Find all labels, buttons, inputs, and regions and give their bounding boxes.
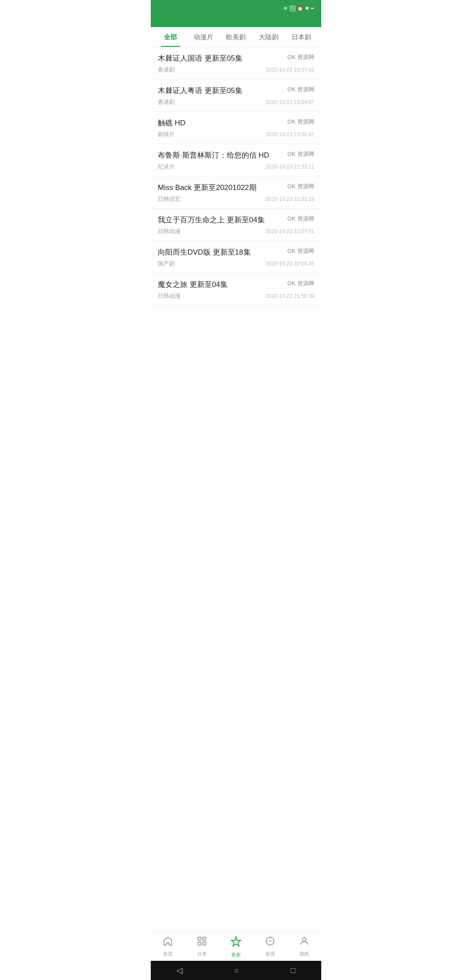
list-item[interactable]: 向阳而生DVD版 更新至18集 OK 资源网 国产剧 2020-10-23 22… <box>151 241 321 273</box>
alarm-icon: ⏰ <box>297 6 303 11</box>
item-time: 2020-10-23 22:04:35 <box>266 261 314 267</box>
svg-point-5 <box>270 941 271 942</box>
compass-icon <box>265 936 275 949</box>
item-category: 国产剧 <box>158 260 175 268</box>
item-title: 木棘证人粤语 更新至05集 <box>158 86 284 96</box>
list-item[interactable]: 木棘证人粤语 更新至05集 OK 资源网 香港剧 2020-10-23 23:0… <box>151 79 321 112</box>
item-source: OK 资源网 <box>288 215 314 223</box>
home-icon <box>163 936 173 949</box>
battery-icon <box>311 8 314 9</box>
item-title: 向阳而生DVD版 更新至18集 <box>158 247 284 257</box>
tab-western[interactable]: 欧美剧 <box>220 27 253 47</box>
item-category: 香港剧 <box>158 66 175 74</box>
nav-update-label: 更新 <box>231 952 241 958</box>
nfc-icon: N <box>290 6 295 11</box>
header <box>151 16 321 27</box>
tab-bar: 全部 动漫片 欧美剧 大陆剧 日本剧 <box>151 27 321 47</box>
item-source: OK 资源网 <box>288 183 314 190</box>
item-title: 布鲁斯·斯普林斯汀：给您的信 HD <box>158 150 284 160</box>
nav-discover-label: 发现 <box>265 951 275 957</box>
item-title: 触礁 HD <box>158 118 284 128</box>
item-title: Miss Back 更新至20201022期 <box>158 183 284 193</box>
item-time: 2020-10-23 23:04:07 <box>266 99 314 105</box>
recent-button[interactable]: □ <box>291 966 295 975</box>
item-category: 剧情片 <box>158 131 175 138</box>
item-title: 木棘证人国语 更新至05集 <box>158 53 284 63</box>
item-category: 香港剧 <box>158 98 175 106</box>
bottom-nav: 首页 分类 更新 <box>151 932 321 961</box>
nav-discover[interactable]: 发现 <box>253 936 287 958</box>
item-time: 2020-10-23 22:07:51 <box>266 228 314 235</box>
nav-category-label: 分类 <box>197 951 207 957</box>
svg-rect-3 <box>203 942 206 945</box>
list-item[interactable]: 木棘证人国语 更新至05集 OK 资源网 香港剧 2020-10-23 23:3… <box>151 47 321 79</box>
item-time: 2020-10-23 22:33:11 <box>266 164 314 170</box>
item-source: OK 资源网 <box>288 53 314 61</box>
list-item[interactable]: 布鲁斯·斯普林斯汀：给您的信 HD OK 资源网 纪录片 2020-10-23 … <box>151 144 321 176</box>
bluetooth-icon: ✱ <box>305 6 309 11</box>
list-item[interactable]: Miss Back 更新至20201022期 OK 资源网 日韩综艺 2020-… <box>151 176 321 209</box>
item-source: OK 资源网 <box>288 247 314 255</box>
status-right: 👁 N ⏰ ✱ <box>283 6 316 11</box>
item-title: 魔女之旅 更新至04集 <box>158 280 284 290</box>
svg-point-4 <box>266 937 274 945</box>
status-bar: 👁 N ⏰ ✱ <box>151 0 321 16</box>
svg-rect-0 <box>198 937 201 940</box>
item-category: 纪录片 <box>158 163 175 171</box>
home-button[interactable]: ○ <box>234 966 239 975</box>
list-item[interactable]: 魔女之旅 更新至04集 OK 资源网 日韩动漫 2020-10-23 21:50… <box>151 273 321 306</box>
back-button[interactable]: ◁ <box>177 966 183 975</box>
list-item[interactable]: 我立于百万生命之上 更新至04集 OK 资源网 日韩动漫 2020-10-23 … <box>151 209 321 241</box>
nav-category[interactable]: 分类 <box>185 936 219 958</box>
item-time: 2020-10-23 23:00:47 <box>266 131 314 138</box>
tab-anime[interactable]: 动漫片 <box>187 27 220 47</box>
item-source: OK 资源网 <box>288 280 314 287</box>
system-nav-bar: ◁ ○ □ <box>151 961 321 980</box>
item-title: 我立于百万生命之上 更新至04集 <box>158 215 284 225</box>
item-category: 日韩动漫 <box>158 228 180 235</box>
tab-mainland[interactable]: 大陆剧 <box>252 27 285 47</box>
user-icon <box>299 936 309 949</box>
item-source: OK 资源网 <box>288 86 314 93</box>
eye-icon: 👁 <box>283 6 288 11</box>
item-category: 日韩综艺 <box>158 195 180 203</box>
tab-japan[interactable]: 日本剧 <box>285 27 318 47</box>
nav-update[interactable]: 更新 <box>219 936 253 958</box>
nav-profile[interactable]: 我的 <box>287 936 321 958</box>
svg-rect-1 <box>203 937 206 940</box>
item-source: OK 资源网 <box>288 118 314 126</box>
item-time: 2020-10-23 22:31:18 <box>266 196 314 202</box>
tab-all[interactable]: 全部 <box>154 27 187 47</box>
svg-rect-2 <box>198 942 201 945</box>
svg-point-10 <box>302 938 306 941</box>
nav-home[interactable]: 首页 <box>151 936 185 958</box>
grid-icon <box>197 936 207 949</box>
item-time: 2020-10-23 23:37:42 <box>266 67 314 73</box>
nav-home-label: 首页 <box>163 951 173 957</box>
star-icon <box>230 936 242 950</box>
item-source: OK 资源网 <box>288 150 314 158</box>
item-category: 日韩动漫 <box>158 292 180 300</box>
update-list: 木棘证人国语 更新至05集 OK 资源网 香港剧 2020-10-23 23:3… <box>151 47 321 349</box>
nav-profile-label: 我的 <box>299 951 309 957</box>
list-item[interactable]: 触礁 HD OK 资源网 剧情片 2020-10-23 23:00:47 <box>151 112 321 144</box>
item-time: 2020-10-23 21:50:39 <box>266 293 314 299</box>
